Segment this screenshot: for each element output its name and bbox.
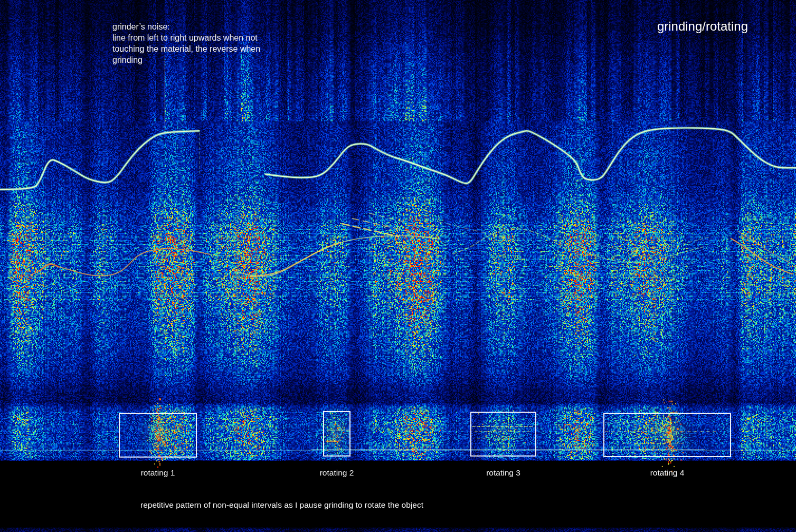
roi-label-rotating-4: rotating 4 [650,468,685,478]
roi-box-rotating-4 [603,413,731,457]
roi-box-rotating-2 [323,411,350,457]
roi-label-rotating-2: rotating 2 [320,468,354,478]
roi-box-rotating-3 [470,412,536,457]
annotation-pointer-line [165,55,165,136]
grinder-noise-annotation: grinder’s noise: line from left to right… [112,21,260,65]
roi-label-rotating-3: rotating 3 [486,468,520,478]
figure-title: grinding/rotating [657,19,748,34]
spectrogram-figure: grinder’s noise: line from left to right… [0,0,796,532]
roi-box-rotating-1 [119,413,197,458]
figure-caption: repetitive pattern of non-equal interval… [140,500,423,510]
roi-label-rotating-1: rotating 1 [141,468,175,478]
